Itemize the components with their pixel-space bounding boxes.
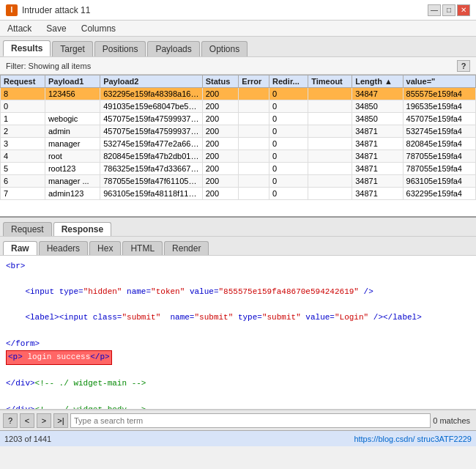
table-cell: admin [45,125,100,138]
tab-positions[interactable]: Positions [94,41,146,56]
table-cell [239,138,269,150]
table-cell: 34847 [352,88,403,100]
table-row[interactable]: 2admin457075e159fa4759993700...200034871… [1,125,476,138]
table-cell: 200 [202,188,239,200]
table-row[interactable]: 8123456632295e159fa48398a1666....2000348… [1,88,476,100]
position-counter: 1203 of 1441 [4,435,51,443]
maximize-button[interactable]: □ [442,4,455,16]
table-cell [45,100,100,113]
table-cell: 963105e159fa4 [403,175,475,188]
status-link[interactable]: https://blog.csdn/ struc3ATF2229 [354,435,472,443]
table-cell: 34871 [352,188,403,200]
window-controls[interactable]: — □ ✕ [428,4,470,16]
code-line-label: <label><input class="submit" name="submi… [6,311,470,325]
table-row[interactable]: 5root123786325e159fa47d3366762...2000348… [1,163,476,175]
col-timeout[interactable]: Timeout [308,75,352,88]
table-cell [308,150,352,163]
code-line-empty1 [6,273,470,287]
search-prev-button[interactable]: < [20,413,34,428]
table-row[interactable]: 7admin123963105e159fa48118f11939...20003… [1,188,476,200]
results-table: Request Payload1 Payload2 Status Error R… [0,75,476,200]
col-payload1[interactable]: Payload1 [45,75,100,88]
table-cell [308,188,352,200]
menu-attack[interactable]: Attack [4,23,34,34]
table-cell: webogic [45,113,100,125]
table-row[interactable]: 0491035e159e68047be503...200034850196535… [1,100,476,113]
col-length[interactable]: Length ▲ [352,75,403,88]
table-cell: 855575e159fa4 [403,88,475,100]
search-input[interactable] [70,413,431,428]
table-cell: 532745e159fa477e2a6669... [100,138,203,150]
rtab-html[interactable]: HTML [122,241,163,255]
tab-results[interactable]: Results [3,40,51,56]
table-row[interactable]: 3manager532745e159fa477e2a6669...2000348… [1,138,476,150]
table-row[interactable]: 1webogic457075e159fa47599937000...200034… [1,113,476,125]
col-status[interactable]: Status [202,75,239,88]
col-error[interactable]: Error [239,75,269,88]
table-cell: 0 [269,125,308,138]
code-line-empty5 [6,391,470,404]
subtab-response[interactable]: Response [53,222,111,236]
table-cell [308,113,352,125]
table-cell: 457075e159fa4759993700... [100,125,203,138]
table-cell: 786325e159fa47d3366762... [100,163,203,175]
search-last-button[interactable]: >| [53,413,68,428]
col-value[interactable]: value=" [403,75,475,88]
tab-target[interactable]: Target [52,41,92,56]
rtab-render[interactable]: Render [164,241,209,255]
col-request[interactable]: Request [1,75,45,88]
table-cell: 0 [269,138,308,150]
table-cell: 457075e159fa47599937000... [100,113,203,125]
table-cell: 200 [202,88,239,100]
table-cell: 34850 [352,100,403,113]
matches-label: 0 matches [433,416,473,425]
table-cell: 532745e159fa4 [403,125,475,138]
table-cell [239,88,269,100]
table-row[interactable]: 4root820845e159fa47b2db0188...2000348717… [1,150,476,163]
search-next-button[interactable]: > [37,413,51,428]
table-cell: 0 [269,188,308,200]
help-button[interactable]: ? [457,60,470,72]
tab-options[interactable]: Options [201,41,248,56]
table-cell: 34850 [352,113,403,125]
code-line-div-widget-main: </div><!-- ./ widget-main --> [6,377,470,391]
table-cell: 34871 [352,138,403,150]
close-button[interactable]: ✕ [457,4,470,16]
code-line-empty4 [6,365,470,378]
col-redir[interactable]: Redir... [269,75,308,88]
code-line-br: <br> [6,260,470,273]
code-line-form-end: </form> [6,338,470,351]
rtab-raw[interactable]: Raw [3,241,37,255]
table-cell [308,100,352,113]
lower-section: Request Response Raw Headers Hex HTML Re… [0,218,476,430]
table-cell [239,100,269,113]
table-body: 8123456632295e159fa48398a1666....2000348… [1,88,476,200]
minimize-button[interactable]: — [428,4,441,16]
subtab-request[interactable]: Request [3,222,52,236]
table-cell: 5 [1,163,45,175]
rtab-headers[interactable]: Headers [39,241,88,255]
table-cell: 0 [269,150,308,163]
menu-columns[interactable]: Columns [78,23,119,34]
table-cell: 7 [1,188,45,200]
search-help-button[interactable]: ? [3,413,18,428]
table-cell: admin123 [45,188,100,200]
table-cell [308,163,352,175]
col-payload2[interactable]: Payload2 [100,75,203,88]
code-line-empty3 [6,325,470,338]
table-cell: 8 [1,88,45,100]
table-row[interactable]: 6manager ...787055e159fa47f61105032...20… [1,175,476,188]
table-cell: 491035e159e68047be503... [100,100,203,113]
table-cell [308,125,352,138]
main-tabs: Results Target Positions Payloads Option… [0,37,476,57]
table-cell: 200 [202,125,239,138]
app-icon: I [6,4,18,16]
table-cell: 1 [1,113,45,125]
table-cell: 200 [202,113,239,125]
results-table-container[interactable]: Request Payload1 Payload2 Status Error R… [0,75,476,218]
rtab-hex[interactable]: Hex [89,241,121,255]
table-cell: 6 [1,175,45,188]
menu-save[interactable]: Save [43,23,69,34]
tab-payloads[interactable]: Payloads [147,41,199,56]
table-cell: 200 [202,100,239,113]
